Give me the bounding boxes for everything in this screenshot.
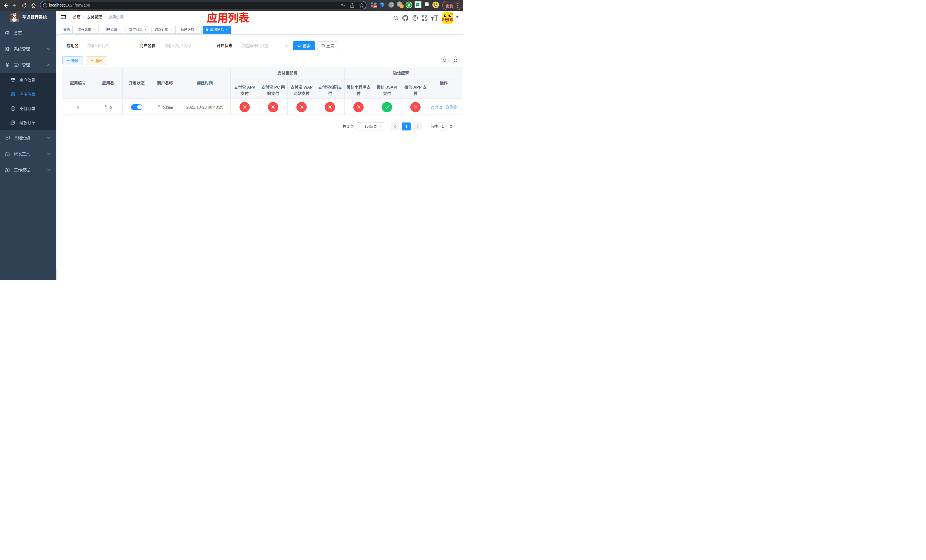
svg-text:10: 10: [374, 5, 377, 8]
svg-text:1: 1: [401, 5, 402, 8]
svg-text:y: y: [408, 3, 410, 7]
svg-text:¥: ¥: [12, 107, 14, 110]
svg-text:⌘: ⌘: [390, 3, 393, 7]
